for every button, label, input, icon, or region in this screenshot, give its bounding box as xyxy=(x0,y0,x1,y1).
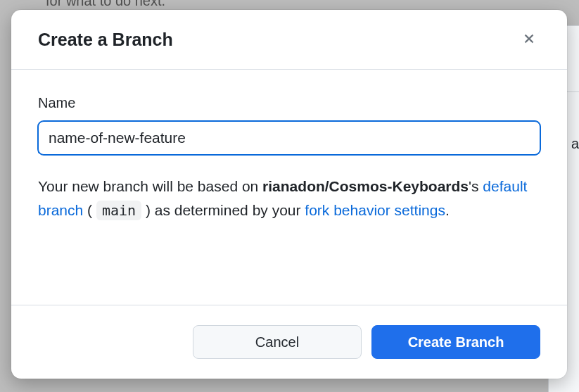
branch-name-input[interactable] xyxy=(38,121,540,155)
create-branch-dialog: Create a Branch Name Your new branch wil… xyxy=(11,10,567,379)
help-possessive: 's xyxy=(469,178,483,194)
fork-behavior-settings-link[interactable]: fork behavior settings xyxy=(305,202,445,218)
help-repo-name: rianadon/Cosmos-Keyboards xyxy=(262,178,469,194)
background-char: a xyxy=(571,136,579,152)
dialog-title: Create a Branch xyxy=(38,30,173,50)
cancel-button[interactable]: Cancel xyxy=(193,325,362,359)
help-text: Your new branch will be based on rianado… xyxy=(38,175,540,222)
create-branch-button[interactable]: Create Branch xyxy=(371,325,540,359)
help-close-paren: ) as determined by your xyxy=(141,202,305,218)
help-prefix: Your new branch will be based on xyxy=(38,178,262,194)
dialog-footer: Cancel Create Branch xyxy=(11,305,567,379)
branch-code: main xyxy=(96,201,141,220)
help-period: . xyxy=(445,202,450,218)
name-label: Name xyxy=(38,95,540,111)
close-button[interactable] xyxy=(518,28,540,51)
help-open-paren: ( xyxy=(83,202,96,218)
close-icon xyxy=(522,32,536,48)
dialog-header: Create a Branch xyxy=(11,10,567,70)
dialog-body: Name Your new branch will be based on ri… xyxy=(11,70,567,305)
background-text: for what to do next. xyxy=(46,0,165,9)
